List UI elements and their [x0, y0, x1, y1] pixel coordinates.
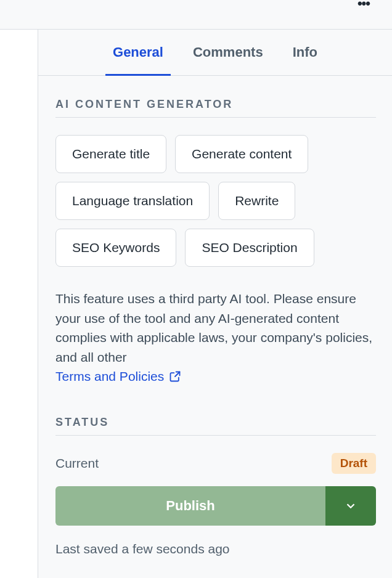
tab-info-label: Info — [293, 44, 317, 60]
rewrite-button[interactable]: Rewrite — [218, 182, 295, 220]
left-rail — [0, 30, 38, 578]
top-bar: ••• — [0, 0, 392, 30]
ai-section-title: AI CONTENT GENERATOR — [55, 98, 376, 118]
terms-link-label: Terms and Policies — [55, 367, 164, 386]
status-current-label: Current — [55, 456, 99, 471]
tab-comments[interactable]: Comments — [193, 30, 263, 75]
tab-general-label: General — [113, 44, 163, 60]
status-badge: Draft — [332, 453, 376, 474]
publish-button-group: Publish — [55, 486, 376, 526]
main-panel: General Comments Info AI CONTENT GENERAT… — [38, 30, 392, 578]
terms-and-policies-link[interactable]: Terms and Policies — [55, 367, 181, 386]
tab-info[interactable]: Info — [293, 30, 317, 75]
content-wrap: General Comments Info AI CONTENT GENERAT… — [0, 30, 392, 578]
seo-description-button[interactable]: SEO Description — [185, 229, 314, 267]
status-row: Current Draft — [55, 453, 376, 474]
external-link-icon — [169, 370, 181, 383]
panel-body: AI CONTENT GENERATOR Generate title Gene… — [38, 76, 392, 556]
language-translation-button[interactable]: Language translation — [55, 182, 210, 220]
status-section-title: STATUS — [55, 416, 376, 436]
chevron-down-icon — [344, 499, 357, 513]
seo-keywords-button[interactable]: SEO Keywords — [55, 229, 176, 267]
tab-comments-label: Comments — [193, 44, 263, 60]
publish-dropdown-button[interactable] — [325, 486, 376, 526]
ai-disclaimer: This feature uses a third party AI tool.… — [55, 289, 376, 386]
ai-disclaimer-text: This feature uses a third party AI tool.… — [55, 291, 372, 364]
more-icon[interactable]: ••• — [357, 0, 370, 12]
ai-button-group: Generate title Generate content Language… — [55, 135, 376, 267]
publish-button[interactable]: Publish — [55, 486, 325, 526]
last-saved-text: Last saved a few seconds ago — [55, 542, 376, 556]
tabs: General Comments Info — [38, 30, 392, 76]
generate-title-button[interactable]: Generate title — [55, 135, 166, 173]
tab-general[interactable]: General — [113, 30, 163, 75]
generate-content-button[interactable]: Generate content — [175, 135, 308, 173]
